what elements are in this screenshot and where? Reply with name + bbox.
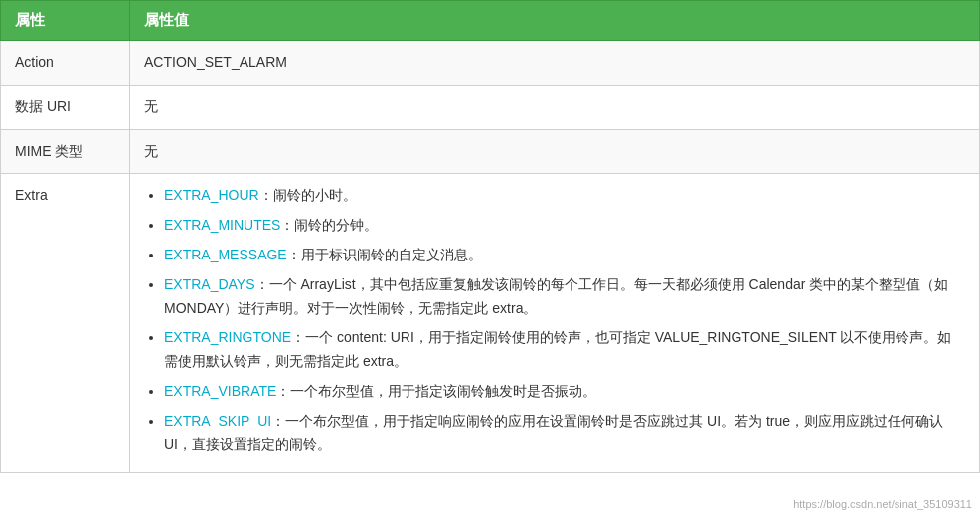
attr-cell: Extra bbox=[1, 174, 130, 473]
table-row: ActionACTION_SET_ALARM bbox=[1, 41, 980, 86]
extra-desc: ：闹铃的分钟。 bbox=[280, 217, 378, 233]
extra-link[interactable]: EXTRA_DAYS bbox=[164, 276, 255, 292]
extra-link[interactable]: EXTRA_RINGTONE bbox=[164, 329, 291, 345]
extra-desc: ：一个布尔型值，用于指定响应闹铃的应用在设置闹铃时是否应跳过其 UI。若为 tr… bbox=[164, 413, 943, 452]
extra-desc: ：用于标识闹铃的自定义消息。 bbox=[287, 247, 482, 262]
extra-list: EXTRA_HOUR：闹铃的小时。EXTRA_MINUTES：闹铃的分钟。EXT… bbox=[144, 184, 965, 456]
table-row: 数据 URI无 bbox=[1, 85, 980, 129]
value-cell: EXTRA_HOUR：闹铃的小时。EXTRA_MINUTES：闹铃的分钟。EXT… bbox=[130, 174, 980, 473]
attr-cell: MIME 类型 bbox=[1, 129, 130, 174]
value-cell: 无 bbox=[130, 85, 980, 129]
header-value: 属性值 bbox=[130, 1, 980, 41]
extra-link[interactable]: EXTRA_MINUTES bbox=[164, 217, 280, 233]
extra-desc: ：闹铃的小时。 bbox=[259, 187, 357, 203]
list-item: EXTRA_RINGTONE：一个 content: URI，用于指定闹铃使用的… bbox=[164, 326, 965, 374]
extra-desc: ：一个 ArrayList，其中包括应重复触发该闹铃的每个工作日。每一天都必须使… bbox=[164, 276, 948, 316]
table-row: MIME 类型无 bbox=[1, 129, 980, 174]
extra-link[interactable]: EXTRA_MESSAGE bbox=[164, 247, 287, 262]
main-table: 属性 属性值 ActionACTION_SET_ALARM数据 URI无MIME… bbox=[0, 0, 980, 473]
list-item: EXTRA_MESSAGE：用于标识闹铃的自定义消息。 bbox=[164, 244, 965, 267]
value-cell: ACTION_SET_ALARM bbox=[130, 41, 980, 86]
attr-cell: 数据 URI bbox=[1, 85, 130, 129]
extra-link[interactable]: EXTRA_VIBRATE bbox=[164, 383, 276, 399]
watermark: https://blog.csdn.net/sinat_35109311 bbox=[793, 498, 972, 510]
header-attr: 属性 bbox=[1, 1, 130, 41]
extra-link[interactable]: EXTRA_SKIP_UI bbox=[164, 413, 271, 428]
list-item: EXTRA_MINUTES：闹铃的分钟。 bbox=[164, 214, 965, 238]
list-item: EXTRA_DAYS：一个 ArrayList，其中包括应重复触发该闹铃的每个工… bbox=[164, 273, 965, 321]
value-cell: 无 bbox=[130, 129, 980, 174]
list-item: EXTRA_VIBRATE：一个布尔型值，用于指定该闹铃触发时是否振动。 bbox=[164, 380, 965, 404]
attr-cell: Action bbox=[1, 41, 130, 86]
table-row: ExtraEXTRA_HOUR：闹铃的小时。EXTRA_MINUTES：闹铃的分… bbox=[1, 174, 980, 473]
list-item: EXTRA_HOUR：闹铃的小时。 bbox=[164, 184, 965, 208]
extra-link[interactable]: EXTRA_HOUR bbox=[164, 187, 259, 203]
extra-desc: ：一个布尔型值，用于指定该闹铃触发时是否振动。 bbox=[276, 383, 596, 399]
list-item: EXTRA_SKIP_UI：一个布尔型值，用于指定响应闹铃的应用在设置闹铃时是否… bbox=[164, 410, 965, 457]
